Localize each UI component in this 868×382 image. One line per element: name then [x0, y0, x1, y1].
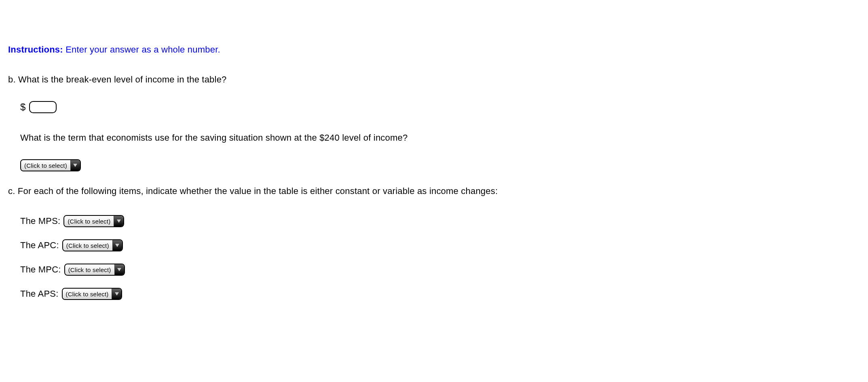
dropdown-placeholder: (Click to select): [63, 289, 112, 299]
instructions-label: Instructions:: [8, 44, 63, 55]
apc-row: The APC: (Click to select): [20, 239, 860, 251]
dropdown-placeholder: (Click to select): [21, 160, 70, 171]
aps-label: The APS:: [20, 289, 59, 299]
mps-row: The MPS: (Click to select): [20, 215, 860, 227]
dropdown-placeholder: (Click to select): [65, 264, 114, 275]
saving-term-dropdown[interactable]: (Click to select): [20, 159, 81, 171]
break-even-input-row: $: [20, 101, 860, 113]
mps-label: The MPS:: [20, 216, 60, 226]
svg-marker-1: [117, 219, 121, 223]
dropdown-placeholder: (Click to select): [63, 240, 112, 251]
chevron-down-icon: [112, 289, 121, 299]
chevron-down-icon: [114, 264, 124, 275]
aps-dropdown[interactable]: (Click to select): [62, 288, 122, 300]
apc-dropdown[interactable]: (Click to select): [62, 239, 123, 251]
svg-marker-2: [115, 244, 119, 247]
svg-marker-0: [73, 164, 77, 167]
chevron-down-icon: [112, 240, 122, 251]
mps-dropdown[interactable]: (Click to select): [63, 215, 124, 227]
question-b-prompt: b. What is the break-even level of incom…: [8, 74, 860, 85]
currency-symbol: $: [20, 101, 26, 113]
question-b-sub-prompt: What is the term that economists use for…: [20, 133, 860, 143]
chevron-down-icon: [114, 216, 123, 226]
svg-marker-4: [115, 292, 119, 295]
saving-term-dropdown-row: (Click to select): [20, 159, 860, 171]
chevron-down-icon: [70, 160, 80, 171]
aps-row: The APS: (Click to select): [20, 288, 860, 300]
apc-label: The APC:: [20, 240, 59, 251]
instructions-line: Instructions: Enter your answer as a who…: [8, 44, 860, 55]
instructions-body: Enter your answer as a whole number.: [65, 44, 220, 55]
break-even-input[interactable]: [29, 101, 57, 113]
dropdown-placeholder: (Click to select): [64, 216, 114, 226]
question-c-prompt: c. For each of the following items, indi…: [8, 186, 860, 196]
mpc-label: The MPC:: [20, 264, 61, 275]
mpc-dropdown[interactable]: (Click to select): [64, 264, 125, 276]
mpc-row: The MPC: (Click to select): [20, 264, 860, 276]
svg-marker-3: [117, 268, 121, 271]
